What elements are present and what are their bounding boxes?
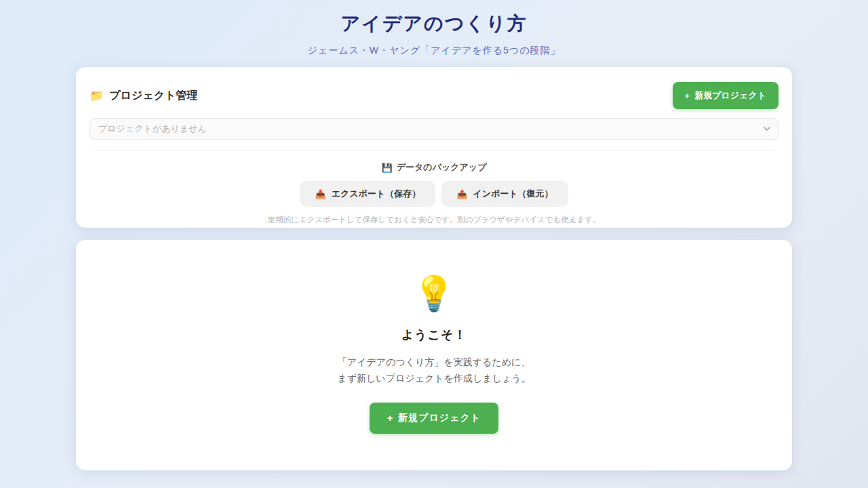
new-project-button-welcome[interactable]: + 新規プロジェクト — [370, 403, 498, 434]
app-header: アイデアのつくり方 ジェームス・W・ヤング「アイデアを作る5つの段階」 — [76, 0, 792, 57]
import-button[interactable]: 📤 インポート（復元） — [441, 181, 568, 207]
project-select[interactable]: プロジェクトがありません — [90, 118, 778, 140]
project-panel-header: 📁 プロジェクト管理 + 新規プロジェクト — [90, 82, 778, 109]
project-select-placeholder: プロジェクトがありません — [98, 123, 207, 135]
welcome-text: 「アイデアのつくり方」を実践するために、 まず新しいプロジェクトを作成しましょう… — [337, 354, 530, 386]
lightbulb-icon: 💡 — [413, 277, 455, 310]
welcome-panel: 💡 ようこそ！ 「アイデアのつくり方」を実践するために、 まず新しいプロジェクト… — [76, 240, 792, 470]
export-tray-icon: 📥 — [315, 189, 326, 199]
page-container: アイデアのつくり方 ジェームス・W・ヤング「アイデアを作る5つの段階」 📁 プロ… — [76, 0, 792, 470]
project-panel-title: 📁 プロジェクト管理 — [90, 89, 197, 103]
project-panel-title-label: プロジェクト管理 — [109, 89, 197, 103]
welcome-text-line2: まず新しいプロジェクトを作成しましょう。 — [337, 373, 530, 384]
new-project-button-top-label: 新規プロジェクト — [694, 89, 766, 102]
plus-icon: + — [387, 413, 393, 424]
page-subtitle: ジェームス・W・ヤング「アイデアを作る5つの段階」 — [76, 45, 792, 57]
chevron-down-icon — [763, 125, 771, 135]
plus-icon: + — [685, 91, 690, 101]
backup-buttons-row: 📥 エクスポート（保存） 📤 インポート（復元） — [90, 181, 778, 207]
project-management-panel: 📁 プロジェクト管理 + 新規プロジェクト プロジェクトがありません 💾 データ… — [76, 67, 792, 228]
export-button-label: エクスポート（保存） — [332, 188, 421, 200]
export-button[interactable]: 📥 エクスポート（保存） — [300, 181, 435, 207]
import-tray-icon: 📤 — [456, 189, 467, 199]
folder-icon: 📁 — [90, 89, 104, 103]
welcome-text-line1: 「アイデアのつくり方」を実践するために、 — [338, 357, 531, 367]
page-title: アイデアのつくり方 — [76, 11, 792, 37]
backup-title-label: データのバックアップ — [397, 161, 487, 174]
new-project-button-welcome-label: 新規プロジェクト — [398, 412, 481, 424]
new-project-button-top[interactable]: + 新規プロジェクト — [673, 82, 778, 109]
backup-section-title: 💾 データのバックアップ — [90, 161, 778, 174]
panel-divider — [92, 150, 776, 150]
import-button-label: インポート（復元） — [473, 188, 553, 200]
welcome-heading: ようこそ！ — [401, 327, 467, 343]
backup-note: 定期的にエクスポートして保存しておくと安心です。別のブラウザやデバイスでも使えま… — [90, 215, 778, 225]
floppy-disk-icon: 💾 — [382, 163, 393, 173]
